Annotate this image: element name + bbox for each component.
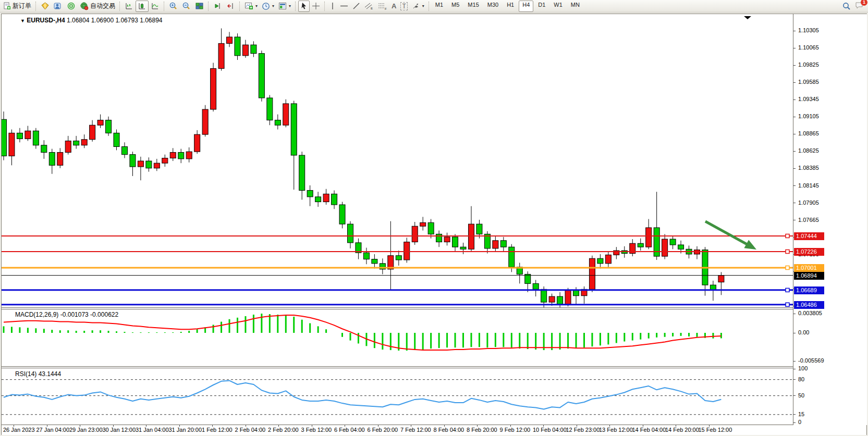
candle	[638, 239, 643, 251]
candle	[2, 111, 7, 160]
price-chart-panel[interactable]	[2, 15, 793, 307]
candlestick-mode-button[interactable]	[136, 1, 149, 12]
vertical-line-tool[interactable]	[327, 1, 338, 12]
trendline-tool[interactable]	[350, 1, 362, 12]
time-axis-label: 26 Jan 2023	[3, 427, 35, 433]
timeframe-MN[interactable]: MN	[567, 1, 583, 12]
accounts-button[interactable]	[52, 1, 65, 12]
candle	[307, 185, 313, 206]
rsi-panel[interactable]	[2, 368, 793, 425]
candle	[170, 148, 176, 161]
axis-tick	[793, 333, 796, 333]
fibonacci-icon: F	[378, 2, 387, 10]
zoom-in-button[interactable]	[167, 1, 180, 12]
candle	[468, 206, 474, 252]
template-icon	[278, 2, 287, 10]
candle	[323, 189, 329, 205]
rsi-tick-label: 15	[798, 411, 804, 417]
zoom-out-button[interactable]	[180, 1, 193, 12]
price-line-label: 1.07226	[794, 248, 824, 256]
timeframe-H4[interactable]: H4	[519, 1, 533, 12]
autotrade-button[interactable]: 自动交易	[78, 1, 117, 12]
rsi-line	[4, 381, 721, 409]
chart-shift-button[interactable]	[224, 1, 237, 12]
timeframe-M30[interactable]: M30	[484, 1, 502, 12]
fibonacci-tool[interactable]: F	[376, 1, 389, 12]
signals-button[interactable]	[65, 1, 78, 12]
time-axis-label: 14 Feb 20:00	[665, 427, 699, 433]
candle	[235, 33, 240, 60]
candle	[267, 95, 273, 125]
line-handle[interactable]	[786, 303, 789, 306]
time-axis-label: 13 Feb 12:00	[599, 427, 633, 433]
timeframe-M1[interactable]: M1	[432, 1, 447, 12]
horizontal-line[interactable]	[2, 288, 793, 292]
horizontal-line[interactable]	[2, 303, 793, 306]
templates-button[interactable]: ▾	[276, 1, 293, 12]
candle	[57, 148, 63, 168]
price-tick-label: 1.08865	[798, 130, 819, 136]
timeframe-W1[interactable]: W1	[550, 1, 566, 12]
candle	[291, 101, 297, 190]
macd-panel[interactable]	[2, 309, 793, 366]
label-tool[interactable]: T	[398, 1, 409, 12]
horizontal-line[interactable]	[2, 234, 793, 238]
periods-button[interactable]: ▾	[260, 1, 276, 12]
cursor-tool-button[interactable]	[298, 1, 310, 12]
candle	[363, 248, 369, 265]
tile-windows-button[interactable]	[193, 1, 206, 12]
bar-chart-mode-button[interactable]	[123, 1, 136, 12]
price-tick-label: 1.07665	[798, 217, 819, 223]
line-handle[interactable]	[786, 288, 789, 292]
candle	[275, 115, 280, 130]
line-chart-icon	[151, 2, 160, 10]
time-axis[interactable]: 26 Jan 202327 Jan 04:0029 Jan 23:0030 Ja…	[2, 425, 866, 435]
axis-tick	[793, 134, 796, 134]
candle	[25, 126, 31, 141]
channel-tool[interactable]: E	[362, 1, 376, 12]
auto-scroll-button[interactable]	[211, 1, 224, 12]
text-tool-icon: A	[392, 2, 396, 10]
horizontal-line[interactable]	[2, 266, 793, 269]
price-axis-column[interactable]: 1.103051.100651.098251.095851.093451.091…	[793, 14, 867, 425]
axis-tick	[793, 422, 796, 423]
macd-signal-line	[4, 315, 721, 350]
price-line-label: 1.07444	[794, 232, 824, 240]
search-icon[interactable]	[842, 2, 851, 10]
line-chart-mode-button[interactable]	[149, 1, 162, 12]
axis-tick	[793, 99, 796, 100]
zoom-out-icon	[182, 2, 191, 10]
chart-expander-icon[interactable]: ▼	[20, 18, 25, 23]
horizontal-line-tool[interactable]	[338, 1, 350, 12]
candle	[194, 130, 200, 154]
clock-icon	[262, 2, 270, 10]
indicators-button[interactable]: ▾	[242, 1, 260, 12]
arrows-tool[interactable]: ▾	[410, 1, 426, 12]
crosshair-tool-button[interactable]	[310, 1, 322, 12]
bar-chart-icon	[125, 2, 133, 10]
candle	[380, 258, 385, 274]
price-tick-label: 1.08385	[798, 165, 819, 171]
market-watch-button[interactable]	[39, 1, 52, 12]
candle	[202, 105, 208, 137]
line-handle[interactable]	[786, 250, 789, 253]
text-tool[interactable]: A	[389, 1, 398, 12]
candle	[186, 147, 192, 163]
chart-shift-marker-icon[interactable]	[744, 16, 751, 19]
new-order-button[interactable]: 新订单	[1, 1, 33, 12]
line-handle[interactable]	[786, 266, 789, 269]
timeframe-M15[interactable]: M15	[464, 1, 482, 12]
candlestick-icon	[138, 2, 146, 10]
timeframe-D1[interactable]: D1	[534, 1, 549, 12]
candle	[517, 263, 522, 283]
ohlc-low: 1.06793	[115, 17, 138, 24]
candle	[614, 247, 619, 259]
toolbar-separator	[295, 2, 296, 11]
timeframe-M5[interactable]: M5	[448, 1, 463, 12]
line-handle[interactable]	[786, 234, 789, 238]
notifications-button[interactable]: 1	[855, 2, 864, 11]
horizontal-line[interactable]	[2, 250, 793, 253]
price-tick-label: 1.07905	[798, 200, 819, 206]
timeframe-H1[interactable]: H1	[503, 1, 518, 12]
candle	[500, 237, 506, 252]
